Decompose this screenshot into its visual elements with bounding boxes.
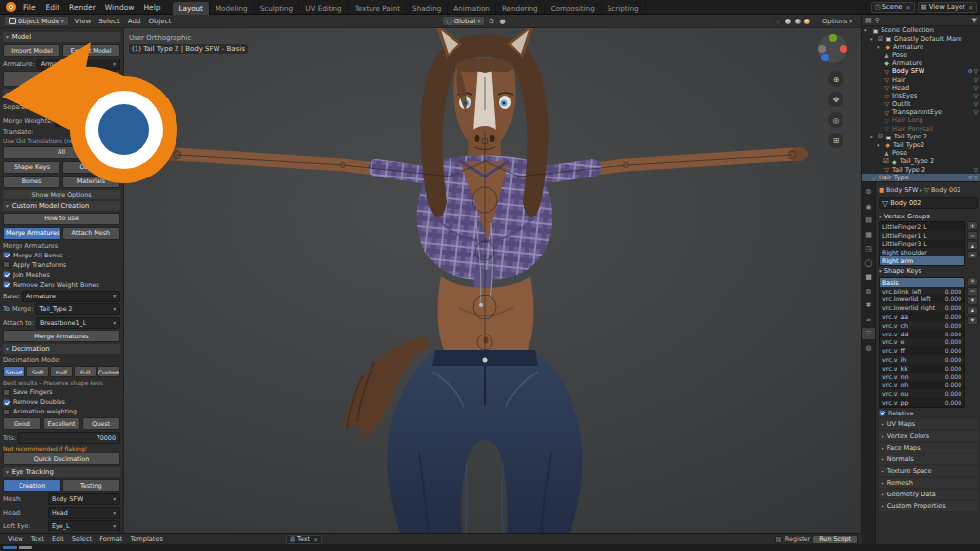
outliner-row[interactable]: ☑ ◆ Tail_Type 2 — [862, 157, 980, 165]
shape-key-row[interactable]: vrc.v_kk 0.000 — [880, 364, 964, 373]
expand-icon[interactable]: ▾ — [877, 44, 882, 50]
tab-particles[interactable]: ✱ — [862, 299, 875, 311]
vertex-groups-header[interactable]: ▾ Vertex Groups — [879, 211, 978, 221]
outliner-row[interactable]: ▽ IrisEyes ▽ — [862, 92, 980, 99]
collapsed-section-header[interactable]: ▸ Normals — [879, 454, 978, 465]
checkbox-row[interactable]: Animation weighting — [3, 408, 120, 415]
workspace-tab[interactable]: Rendering — [496, 2, 545, 15]
view-layer-selector[interactable]: ▦ View Layer ✕ — [918, 2, 977, 13]
run-script-button[interactable]: Run Script — [812, 535, 858, 544]
outliner-row[interactable]: ♟ Pose — [862, 51, 980, 59]
outliner-row[interactable]: ▾ ◆ Tail Type2 — [862, 140, 980, 148]
mode-dropdown[interactable]: Object Mode ▾ — [4, 16, 69, 26]
decimation-mode-button[interactable]: Custom — [98, 366, 120, 377]
modifier-icon[interactable]: ⚙ — [968, 175, 973, 180]
vertex-group-row[interactable]: LittleFinger2_L — [880, 222, 964, 231]
tris-slider[interactable]: 70000 — [18, 432, 120, 444]
breadcrumb-data[interactable]: Body 002 — [931, 186, 960, 194]
checkbox[interactable] — [3, 261, 10, 268]
wireframe-shading-icon[interactable] — [774, 18, 782, 25]
shape-key-row[interactable]: vrc.lowerlid_left 0.000 — [880, 295, 964, 304]
armature-dropdown[interactable]: Armature ▾ — [37, 59, 120, 70]
checkbox[interactable] — [3, 271, 10, 278]
relative-checkbox-row[interactable]: Relative — [879, 410, 978, 417]
expand-icon[interactable]: ▾ — [870, 36, 876, 42]
text-editor-menu-item[interactable]: View — [4, 534, 27, 545]
mesh-data-icon[interactable]: ▽ — [974, 101, 978, 107]
tab-material[interactable]: ◍ — [862, 342, 875, 354]
outliner-row[interactable]: ▽ Outfit ▽ — [862, 100, 980, 108]
topbar-menu-item[interactable]: Window — [100, 0, 139, 15]
proportional-edit-icon[interactable]: ● — [498, 18, 508, 25]
show-more-options-button[interactable]: Show More Options — [3, 190, 120, 199]
collection-checkbox[interactable]: ☑ — [878, 133, 883, 140]
old-translations-note[interactable]: Use Old Translations (not recommended) — [3, 138, 120, 144]
to-merge-dropdown[interactable]: Tail_Type 2 ▾ — [35, 303, 120, 315]
scene-selector[interactable]: ◳ Scene ✕ — [871, 2, 915, 13]
checkbox[interactable] — [3, 399, 10, 406]
checkbox[interactable] — [3, 409, 10, 415]
shape-key-row[interactable]: vrc.v_pp 0.000 — [880, 398, 964, 407]
viewport-menu-item[interactable]: Add — [124, 15, 145, 28]
text-datablock-selector[interactable]: ▤ Text ✕ — [286, 535, 322, 544]
shape-key-row[interactable]: vrc.v_dd 0.000 — [880, 330, 964, 338]
export-model-button[interactable]: Export Model — [62, 44, 120, 57]
close-icon[interactable]: ✕ — [906, 4, 911, 11]
shape-key-row[interactable]: vrc.v_nn 0.000 — [880, 373, 964, 381]
mesh-data-icon[interactable]: ▽ — [974, 109, 978, 115]
mesh-data-icon[interactable]: ▽ — [974, 68, 978, 74]
attach-to-dropdown[interactable]: Breastbone1_L ▾ — [36, 317, 120, 329]
x-axis-handle[interactable] — [840, 45, 847, 53]
translate-button[interactable]: Objects — [62, 161, 120, 174]
topbar-menu-item[interactable]: Help — [138, 0, 165, 15]
workspace-tab[interactable]: Scripting — [602, 2, 646, 15]
workspace-tab[interactable]: Sculpting — [255, 2, 300, 15]
shape-key-row[interactable]: Basis — [880, 278, 964, 287]
camera-view-icon[interactable]: ◎ — [828, 112, 843, 128]
outliner-row[interactable]: ◆ Armature — [862, 59, 980, 67]
remove-icon[interactable]: − — [967, 287, 978, 295]
import-model-button[interactable]: Import Model — [3, 44, 60, 57]
shape-key-row[interactable]: vrc.v_ff 0.000 — [880, 346, 964, 355]
tab-object[interactable]: ■ — [862, 271, 875, 283]
workspace-tab[interactable]: UV Editing — [299, 2, 349, 15]
workspace-tab[interactable]: Modeling — [210, 2, 255, 15]
register-checkbox-row[interactable]: Register — [775, 535, 810, 543]
shape-key-row[interactable]: vrc.v_ou 0.000 — [880, 389, 964, 398]
mesh-data-icon[interactable]: ▽ — [974, 77, 978, 83]
quality-button[interactable]: Quest — [82, 417, 120, 430]
material-shading-icon[interactable] — [794, 18, 802, 25]
quality-button[interactable]: Good — [3, 417, 41, 430]
zoom-icon[interactable]: ⊕ — [828, 71, 843, 87]
checkbox[interactable] — [3, 281, 10, 288]
checkbox-row[interactable]: Join Meshes — [3, 271, 120, 279]
decimation-mode-button[interactable]: Full — [74, 366, 97, 377]
workspace-tab[interactable]: Texture Paint — [349, 2, 407, 15]
checkbox-row[interactable]: Merge All Bones — [3, 252, 120, 259]
outliner-row[interactable]: ▾ ◆ Armature — [862, 43, 980, 51]
breadcrumb-object[interactable]: Body SFW — [886, 186, 918, 194]
field-dropdown[interactable]: Body SFW ▾ — [48, 493, 120, 505]
shape-key-row[interactable]: vrc.v_aa 0.000 — [880, 312, 964, 321]
collection-checkbox[interactable]: ☑ — [883, 157, 889, 165]
decimation-mode-button[interactable]: Soft — [26, 366, 49, 377]
tab-render[interactable]: ◉ — [862, 201, 875, 213]
collapsed-section-header[interactable]: ▸ Texture Space — [879, 466, 978, 477]
outliner-row[interactable]: ▽ Body SFW ⚙▽ — [862, 67, 980, 75]
checkbox[interactable] — [3, 252, 10, 258]
blender-logo-icon[interactable] — [5, 1, 17, 13]
modifier-icon[interactable]: ⚙ — [968, 68, 973, 74]
shape-key-row[interactable]: vrc.v_ch 0.000 — [880, 321, 964, 330]
name-input[interactable] — [890, 199, 974, 207]
pan-hand-icon[interactable]: ✥ — [828, 92, 843, 107]
field-dropdown[interactable]: Eye_L ▾ — [48, 520, 120, 531]
custom-model-tab[interactable]: Merge Armatures — [3, 227, 61, 240]
tab-physics[interactable]: ≈ — [862, 314, 875, 326]
outliner-row[interactable]: ▽ TransparentEye ▽ — [862, 108, 980, 116]
outliner-row[interactable]: ▽ Head ▽ — [862, 84, 980, 92]
search-icon[interactable]: ⚲ — [875, 17, 880, 24]
mesh-data-icon[interactable]: ▽ — [974, 167, 978, 173]
shape-key-row[interactable]: vrc.lowerlid_right 0.000 — [880, 303, 964, 312]
checkbox[interactable] — [775, 536, 782, 543]
shape-key-row[interactable]: vrc.v_oh 0.000 — [880, 381, 964, 390]
